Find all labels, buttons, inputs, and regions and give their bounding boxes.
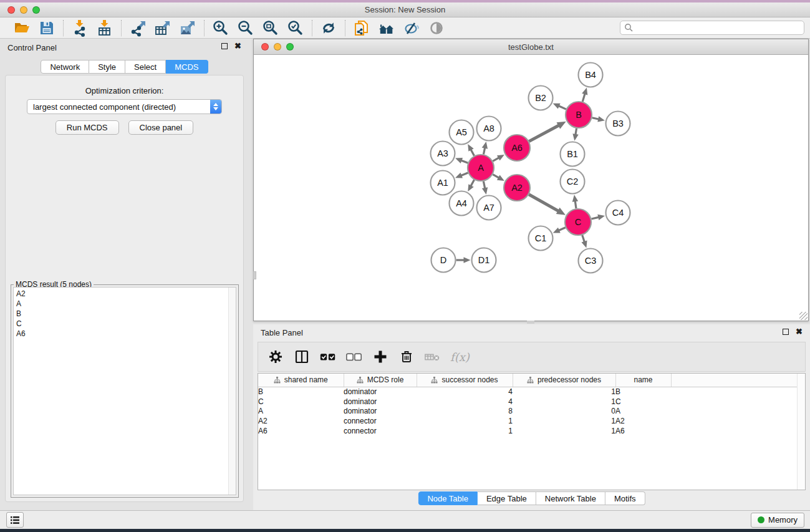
float-panel-icon[interactable] xyxy=(221,43,228,49)
settings-gear-icon[interactable] xyxy=(267,348,284,365)
select-all-checked-icon[interactable] xyxy=(319,348,337,365)
tab-style[interactable]: Style xyxy=(89,60,125,74)
graph-node-label-C3: C3 xyxy=(585,256,597,266)
graph-edge-A-A1[interactable] xyxy=(461,173,468,176)
graph-edge-C-C3[interactable] xyxy=(582,235,585,243)
result-item[interactable]: B xyxy=(14,309,236,319)
graph-edge-A2-C[interactable] xyxy=(529,195,559,211)
graph-edge-A-A4[interactable] xyxy=(471,180,475,186)
close-table-panel-icon[interactable]: ✖ xyxy=(796,329,803,335)
import-network-icon[interactable] xyxy=(70,19,89,37)
table-scrollbar[interactable] xyxy=(797,374,805,490)
column-header-successor-nodes[interactable]: successor nodes xyxy=(417,374,513,387)
graph-edge-A-A3[interactable] xyxy=(461,160,468,163)
network-graph-svg: B4B2BB3A8A5A6B1A3AC2A1A2A4A7C4CC1C3DD1 xyxy=(254,55,808,321)
zoom-fit-icon[interactable] xyxy=(261,19,280,37)
graph-edge-arrowhead xyxy=(572,195,578,202)
graph-edge-arrowhead xyxy=(597,215,605,220)
graph-edge-A-A8[interactable] xyxy=(483,147,485,154)
window-resize-grip[interactable] xyxy=(799,312,808,320)
graph-edge-A-A2[interactable] xyxy=(493,175,499,178)
zoom-in-icon[interactable] xyxy=(211,19,230,37)
dropdown-value: largest connected component (directed) xyxy=(27,102,210,112)
graph-edge-arrowhead xyxy=(455,173,463,178)
tab-select[interactable]: Select xyxy=(125,60,166,74)
search-input[interactable] xyxy=(620,21,804,35)
optimization-criterion-dropdown[interactable]: largest connected component (directed) xyxy=(27,99,222,114)
graph-edge-A6-B[interactable] xyxy=(529,125,559,142)
add-column-icon[interactable] xyxy=(372,348,389,365)
tab-network-table[interactable]: Network Table xyxy=(536,491,605,505)
network-canvas[interactable]: B4B2BB3A8A5A6B1A3AC2A1A2A4A7C4CC1C3DD1 xyxy=(254,55,808,321)
splitter-handle[interactable] xyxy=(253,271,256,279)
column-header-mcds-role[interactable]: MCDS role xyxy=(344,374,417,387)
graph-edge-A-A7[interactable] xyxy=(483,181,485,189)
tab-motifs[interactable]: Motifs xyxy=(605,491,645,505)
graph-edge-A-A5[interactable] xyxy=(471,149,475,155)
refresh-icon[interactable] xyxy=(319,19,338,37)
hide-glasses-icon[interactable] xyxy=(402,19,421,37)
import-table-icon[interactable] xyxy=(95,19,114,37)
graph-edge-C-C2[interactable] xyxy=(575,201,576,209)
graph-edge-B-B2[interactable] xyxy=(558,106,566,110)
zoom-selected-icon[interactable] xyxy=(286,19,305,37)
run-mcds-button[interactable]: Run MCDS xyxy=(55,120,119,135)
show-eye-icon[interactable] xyxy=(427,19,446,37)
open-session-icon[interactable] xyxy=(12,19,31,37)
graph-node-label-C2: C2 xyxy=(567,177,579,186)
export-network-icon[interactable] xyxy=(128,19,147,37)
table-row[interactable]: A6connector11A6 xyxy=(258,426,805,436)
result-item[interactable]: A xyxy=(14,299,236,309)
workspace: Control Panel ✖ Network Style Select MCD… xyxy=(0,39,810,510)
memory-button[interactable]: Memory xyxy=(751,513,804,528)
graph-edge-B-B4[interactable] xyxy=(582,94,585,102)
graph-edge-arrowhead xyxy=(464,257,471,263)
close-panel-button[interactable]: Close panel xyxy=(128,120,194,135)
table-row[interactable]: A2connector11A2 xyxy=(258,416,805,426)
save-session-icon[interactable] xyxy=(37,19,56,37)
graph-edge-arrowhead xyxy=(582,88,587,95)
table-row[interactable]: Cdominator41C xyxy=(258,397,805,407)
graph-edge-B-B3[interactable] xyxy=(592,118,599,120)
result-item[interactable]: C xyxy=(14,319,236,329)
delete-column-trash-icon[interactable] xyxy=(398,348,415,365)
table-tabs: Node Table Edge Table Network Table Moti… xyxy=(418,491,645,505)
result-item[interactable]: A2 xyxy=(14,289,236,299)
export-image-icon[interactable] xyxy=(178,19,197,37)
table-row[interactable]: Bdominator41B xyxy=(258,387,805,397)
table-row[interactable]: Adominator80A xyxy=(258,406,805,416)
result-scrollbar[interactable] xyxy=(228,288,236,495)
tree-icon xyxy=(527,377,534,384)
home-icon[interactable] xyxy=(377,19,396,37)
export-table-icon[interactable] xyxy=(153,19,172,37)
tab-edge-table[interactable]: Edge Table xyxy=(478,491,536,505)
application-window: Session: New Session xyxy=(0,2,810,529)
table-header-row: shared name MCDS role successor nodes pr… xyxy=(258,374,805,387)
tab-mcds[interactable]: MCDS xyxy=(166,60,208,74)
deselect-all-icon[interactable] xyxy=(345,348,363,365)
column-header-predecessor-nodes[interactable]: predecessor nodes xyxy=(513,374,615,387)
zoom-out-icon[interactable] xyxy=(236,19,255,37)
graph-edge-C-C1[interactable] xyxy=(558,228,565,231)
graph-edge-arrowhead xyxy=(482,142,488,149)
column-header-name[interactable]: name xyxy=(615,374,671,387)
splitter-handle[interactable] xyxy=(527,321,534,324)
result-item[interactable]: A6 xyxy=(14,329,236,339)
graph-node-label-B3: B3 xyxy=(612,118,624,128)
network-window-title: testGlobe.txt xyxy=(254,42,808,52)
graph-node-label-A: A xyxy=(478,163,484,173)
graph-edge-B-B1[interactable] xyxy=(576,128,577,135)
graph-node-label-B: B xyxy=(576,110,582,120)
tab-node-table[interactable]: Node Table xyxy=(418,491,478,505)
graph-node-label-B2: B2 xyxy=(535,93,546,103)
tab-network[interactable]: Network xyxy=(41,60,89,74)
graph-edge-A-A6[interactable] xyxy=(493,158,499,162)
float-table-panel-icon[interactable] xyxy=(783,329,789,335)
graph-edge-C-C4[interactable] xyxy=(591,217,599,219)
column-header-shared-name[interactable]: shared name xyxy=(258,374,344,387)
task-history-button[interactable] xyxy=(6,512,24,528)
clone-network-icon[interactable] xyxy=(352,19,371,37)
close-panel-icon[interactable]: ✖ xyxy=(234,43,241,49)
table-panel-title: Table Panel xyxy=(261,328,303,337)
column-layout-icon[interactable] xyxy=(293,348,311,365)
